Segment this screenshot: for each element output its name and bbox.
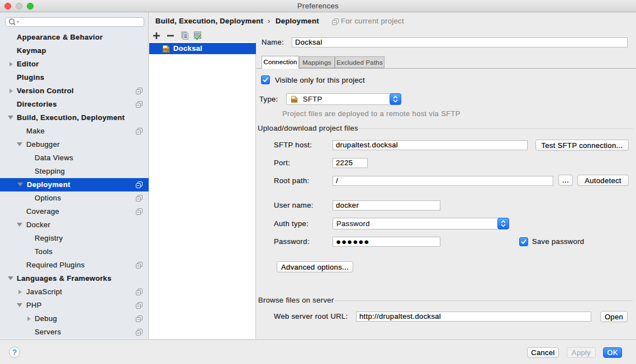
- svg-text:sftp: sftp: [163, 48, 169, 51]
- svg-text:sftp: sftp: [291, 99, 297, 102]
